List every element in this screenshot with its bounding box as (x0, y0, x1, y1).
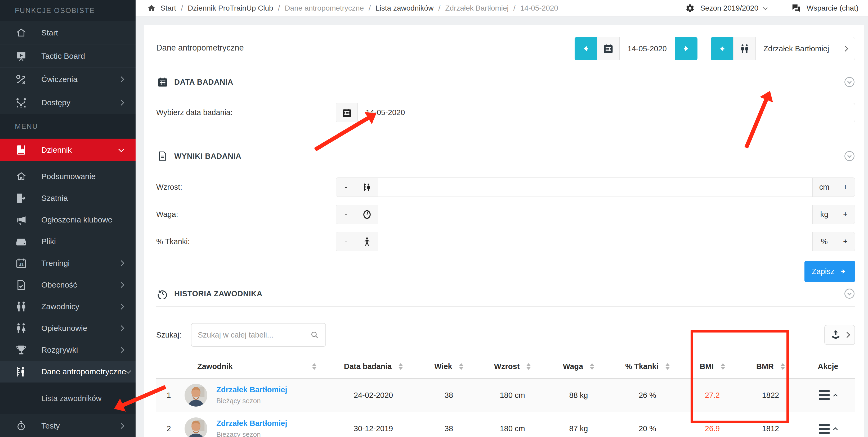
divider (156, 169, 855, 169)
decrement-button[interactable]: - (336, 232, 356, 251)
sidebar-item-dziennik[interactable]: Dziennik (0, 139, 135, 161)
fat-input[interactable] (378, 232, 813, 251)
sidebar-item-label: Dziennik (41, 145, 119, 155)
row-actions-menu[interactable] (801, 424, 855, 434)
topbar-right: Sezon 2019/2020 Wsparcie (chat) (685, 3, 859, 13)
cell-height: 180 cm (478, 424, 547, 433)
sort-icon[interactable] (399, 363, 403, 370)
sidebar-item-label: Obecność (41, 280, 119, 290)
sidebar-item-zawodnicy[interactable]: Zawodnicy (0, 296, 135, 317)
breadcrumb-item[interactable]: Dziennik ProTrainUp Club (188, 4, 273, 12)
season-selector[interactable]: Sezon 2019/2020 (685, 3, 767, 13)
header-data-badania[interactable]: Data badania (327, 362, 420, 371)
breadcrumb-item[interactable]: Lista zawodników (375, 4, 433, 12)
sidebar-item-dane-antropometryczne[interactable]: Dane antropometryczne (0, 361, 135, 382)
decrement-button[interactable]: - (336, 177, 356, 197)
calendar-icon[interactable] (336, 103, 358, 122)
exercises-icon (15, 73, 28, 86)
body-icon (356, 232, 378, 251)
player-select[interactable]: Zdrzałek Bartłomiej (756, 37, 855, 60)
row-index: 1 (156, 391, 181, 400)
sort-icon[interactable] (526, 363, 531, 370)
header-bmr[interactable]: BMR (740, 362, 801, 371)
exam-date-input[interactable]: 14-05-2020 (358, 103, 855, 122)
breadcrumb-item[interactable]: Zdrzałek Bartłomiej (445, 4, 509, 12)
sidebar-item-opiekunowie[interactable]: Opiekunowie (0, 317, 135, 339)
row-actions-menu[interactable] (801, 390, 855, 400)
increment-button[interactable]: + (836, 205, 855, 224)
height-input-group: - cm + (336, 177, 855, 197)
sidebar-item-label: Opiekunowie (41, 324, 119, 333)
prev-date-button[interactable] (575, 37, 597, 60)
support-chat-button[interactable]: Wsparcie (chat) (791, 3, 859, 13)
export-button[interactable] (824, 325, 855, 345)
cell-fat: 20 % (610, 424, 684, 433)
header-wiek[interactable]: Wiek (420, 362, 478, 371)
sidebar-item-cwiczenia[interactable]: Ćwiczenia (0, 68, 135, 91)
prev-player-button[interactable] (711, 37, 733, 60)
sidebar-item-label: Lista zawodników (41, 394, 101, 403)
fat-label: % Tkanki: (156, 237, 336, 246)
header-wzrost[interactable]: Wzrost (478, 362, 547, 371)
search-input[interactable] (198, 331, 310, 339)
collapse-section-icon[interactable] (844, 150, 855, 162)
locker-room-door-icon (15, 192, 28, 204)
calendar-icon (156, 76, 169, 88)
player-cell: Zdrzałek Bartłomiej Bieżący sezon (181, 417, 327, 437)
sidebar-item-start[interactable]: Start (0, 21, 135, 44)
weight-field-row: Waga: - kg + (156, 205, 855, 224)
gear-icon (685, 3, 695, 13)
sidebar-item-pliki[interactable]: Pliki (0, 231, 135, 253)
sort-icon[interactable] (459, 363, 463, 370)
home-icon[interactable] (147, 4, 156, 12)
chevron-down-icon (844, 332, 850, 338)
decrement-button[interactable]: - (336, 205, 356, 224)
player-season: Bieżący sezon (216, 430, 287, 437)
sort-icon[interactable] (781, 363, 785, 370)
sidebar-item-tactic-board[interactable]: Tactic Board (0, 44, 135, 68)
cell-date: 30-12-2019 (327, 424, 420, 433)
height-input[interactable] (378, 177, 813, 197)
increment-button[interactable]: + (836, 177, 855, 197)
sidebar-item-ogloszenia[interactable]: Ogłoszenia klubowe (0, 209, 135, 231)
sort-icon[interactable] (590, 363, 594, 370)
current-date-display[interactable]: 14-05-2020 (620, 37, 675, 60)
header-bmi[interactable]: BMI (684, 362, 740, 371)
sidebar-item-lista-zawodnikow[interactable]: Lista zawodników (0, 382, 135, 414)
breadcrumb-item[interactable]: 14-05-2020 (520, 4, 558, 12)
player-navigator: Zdrzałek Bartłomiej (711, 37, 855, 60)
next-date-button[interactable] (675, 37, 698, 60)
player-name-link[interactable]: Zdrzałek Bartłomiej (216, 385, 287, 394)
row-index: 2 (156, 424, 181, 433)
sidebar-item-obecnosc[interactable]: Obecność (0, 274, 135, 296)
sidebar-item-label: Tactic Board (41, 52, 123, 61)
main-area: Start / Dziennik ProTrainUp Club / Dane … (135, 0, 868, 437)
sort-icon[interactable] (721, 363, 725, 370)
collapse-section-icon[interactable] (844, 76, 855, 88)
sidebar-item-dostepy[interactable]: Dostępy (0, 91, 135, 114)
sidebar-item-szatnia[interactable]: Szatnia (0, 187, 135, 209)
sidebar-item-rozgrywki[interactable]: Rozgrywki (0, 339, 135, 361)
header-zawodnik[interactable]: Zawodnik (181, 362, 327, 371)
sidebar-item-label: Testy (41, 422, 119, 430)
header-waga[interactable]: Waga (547, 362, 610, 371)
app-screen: FUNKCJE OSOBISTE Start Tactic Board Ćwic… (0, 0, 868, 437)
save-button[interactable]: Zapisz (804, 261, 855, 282)
sidebar-item-podsumowanie[interactable]: Podsumowanie (0, 166, 135, 187)
weight-input[interactable] (378, 205, 813, 224)
increment-button[interactable]: + (836, 232, 855, 251)
cell-age: 38 (420, 424, 478, 433)
collapse-section-icon[interactable] (844, 288, 855, 299)
sidebar-item-treningi[interactable]: 31 Treningi (0, 253, 135, 274)
sort-icon[interactable] (312, 363, 316, 370)
attendance-check-icon (15, 278, 28, 291)
player-name-link[interactable]: Zdrzałek Bartłomiej (216, 419, 287, 428)
table-row: 2 Zdrzałek Bartłomiej Bieżący sezon 30-1… (156, 412, 855, 437)
header-tkanki[interactable]: % Tkanki (610, 362, 684, 371)
breadcrumb-item[interactable]: Dane antropometryczne (285, 4, 364, 12)
sort-icon[interactable] (665, 363, 670, 370)
breadcrumb-item[interactable]: Start (160, 4, 176, 12)
stopwatch-icon (15, 419, 28, 432)
search-box (191, 323, 326, 347)
sidebar-item-testy[interactable]: Testy (0, 414, 135, 437)
